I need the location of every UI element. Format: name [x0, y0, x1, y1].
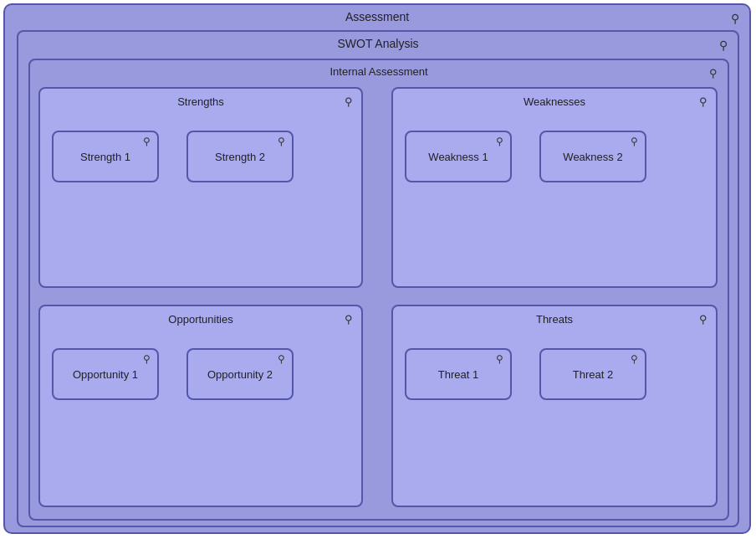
opportunities-quadrant: Opportunities ⚲ ⚲ Opportunity 1 ⚲ Opport…: [38, 305, 363, 507]
swot-title: SWOT Analysis: [18, 37, 738, 50]
strength-2-search-icon[interactable]: ⚲: [278, 136, 285, 147]
threat-1-search-icon[interactable]: ⚲: [496, 353, 503, 365]
assessment-search-icon[interactable]: ⚲: [731, 12, 739, 25]
threat-2-search-icon[interactable]: ⚲: [631, 353, 638, 365]
opportunities-search-icon[interactable]: ⚲: [345, 313, 353, 326]
opportunity-1-search-icon[interactable]: ⚲: [143, 353, 151, 365]
threat-1-card[interactable]: ⚲ Threat 1: [405, 348, 512, 400]
opportunity-2-label: Opportunity 2: [207, 368, 273, 381]
weaknesses-search-icon[interactable]: ⚲: [699, 95, 707, 108]
swot-frame: SWOT Analysis ⚲ Internal Assessment ⚲ St…: [17, 30, 739, 527]
threats-search-icon[interactable]: ⚲: [699, 313, 707, 326]
strength-1-search-icon[interactable]: ⚲: [143, 136, 151, 147]
assessment-title: Assessment: [5, 10, 749, 23]
internal-assessment-frame: Internal Assessment ⚲ Strengths ⚲ ⚲ Stre…: [28, 59, 729, 521]
threats-quadrant: Threats ⚲ ⚲ Threat 1 ⚲ Threat 2: [391, 305, 718, 507]
strength-1-label: Strength 1: [80, 151, 130, 163]
assessment-frame: Assessment ⚲ SWOT Analysis ⚲ Internal As…: [3, 3, 751, 534]
opportunities-title: Opportunities: [40, 313, 361, 326]
opportunity-1-label: Opportunity 1: [73, 368, 138, 381]
threats-title: Threats: [393, 313, 716, 326]
threat-1-label: Threat 1: [438, 368, 478, 381]
strength-2-label: Strength 2: [215, 151, 265, 163]
strength-1-card[interactable]: ⚲ Strength 1: [52, 131, 159, 182]
weakness-2-search-icon[interactable]: ⚲: [631, 136, 638, 147]
weakness-2-card[interactable]: ⚲ Weakness 2: [539, 131, 646, 182]
weaknesses-quadrant: Weaknesses ⚲ ⚲ Weakness 1 ⚲ Weakness 2: [391, 87, 718, 288]
strengths-search-icon[interactable]: ⚲: [345, 95, 353, 108]
weaknesses-title: Weaknesses: [393, 95, 716, 108]
internal-assessment-title: Internal Assessment: [30, 65, 728, 78]
opportunity-2-card[interactable]: ⚲ Opportunity 2: [186, 348, 294, 400]
threat-2-card[interactable]: ⚲ Threat 2: [539, 348, 646, 400]
weakness-1-search-icon[interactable]: ⚲: [496, 136, 503, 147]
swot-search-icon[interactable]: ⚲: [719, 38, 728, 52]
weakness-1-card[interactable]: ⚲ Weakness 1: [405, 131, 512, 182]
threat-2-label: Threat 2: [573, 368, 613, 381]
strength-2-card[interactable]: ⚲ Strength 2: [186, 131, 294, 182]
weakness-1-label: Weakness 1: [428, 151, 488, 163]
strengths-title: Strengths: [40, 95, 361, 108]
opportunity-1-card[interactable]: ⚲ Opportunity 1: [52, 348, 159, 400]
weakness-2-label: Weakness 2: [563, 151, 622, 163]
opportunity-2-search-icon[interactable]: ⚲: [278, 353, 285, 365]
internal-search-icon[interactable]: ⚲: [709, 67, 718, 80]
strengths-quadrant: Strengths ⚲ ⚲ Strength 1 ⚲ Strength 2: [38, 87, 363, 288]
